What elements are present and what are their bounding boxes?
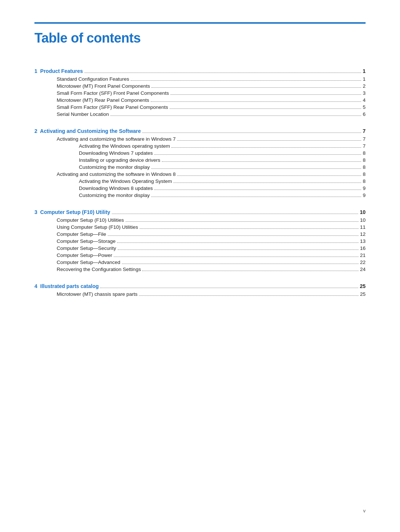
toc-entry-2-2-3[interactable]: Customizing the monitor display 9 (34, 193, 366, 198)
toc-page-3-6: 21 (360, 252, 366, 258)
toc-label-3-3: Computer Setup—File (57, 231, 106, 237)
toc-dots-1 (84, 73, 361, 73)
top-border (34, 22, 366, 24)
toc-page-2-2-1: 8 (363, 178, 366, 184)
toc-page-2-1: 7 (363, 136, 366, 142)
toc-page-3-5: 16 (360, 245, 366, 251)
toc-entry-2-1-1[interactable]: Activating the Windows operating system … (34, 143, 366, 149)
toc-entry-2-2-2[interactable]: Downloading Windows 8 updates 9 (34, 185, 366, 191)
toc-entry-1-1[interactable]: Standard Configuration Features 1 (34, 76, 366, 82)
toc-label-4: 4 Illustrated parts catalog (34, 283, 99, 289)
toc-label-2-2-2: Downloading Windows 8 updates (79, 185, 153, 191)
toc-page-2-2-3: 9 (363, 193, 366, 198)
toc-entry-3-5[interactable]: Computer Setup—Security 16 (34, 245, 366, 251)
toc-label-1-5: Small Form Factor (SFF) Rear Panel Compo… (57, 104, 168, 110)
toc-page-1-5: 5 (363, 104, 366, 110)
toc-page-3-7: 22 (360, 260, 366, 265)
toc-label-4-1: Microtower (MT) chassis spare parts (57, 291, 137, 297)
toc-label-1-3: Small Form Factor (SFF) Front Panel Comp… (57, 90, 169, 96)
toc-entry-2-1-4[interactable]: Customizing the monitor display 8 (34, 164, 366, 170)
toc-label-2-2-1: Activating the Windows Operating System (79, 178, 172, 184)
toc-label-2-1-3: Installing or upgrading device drivers (79, 157, 160, 163)
toc-label-2-1-1: Activating the Windows operating system (79, 143, 170, 149)
toc-page-1: 1 (363, 68, 366, 74)
toc-page-3: 10 (360, 209, 366, 215)
toc-entry-3-1[interactable]: Computer Setup (F10) Utilities 10 (34, 217, 366, 223)
toc-entry-4-1[interactable]: Microtower (MT) chassis spare parts 25 (34, 291, 366, 297)
footer-page-number: v (363, 508, 366, 513)
toc-page-2-1-1: 7 (363, 143, 366, 149)
toc-page-4-1: 25 (360, 291, 366, 297)
toc-entry-3-4[interactable]: Computer Setup—Storage 13 (34, 238, 366, 244)
toc-label-2-1-4: Customizing the monitor display (79, 164, 150, 170)
toc-page-1-4: 4 (363, 97, 366, 103)
toc-entry-3[interactable]: 3 Computer Setup (F10) Utility 10 (34, 209, 366, 215)
toc-label-2: 2 Activating and Customizing the Softwar… (34, 128, 141, 134)
toc-section-4: 4 Illustrated parts catalog 25 Microtowe… (34, 283, 366, 297)
toc-section-2: 2 Activating and Customizing the Softwar… (34, 128, 366, 198)
toc-page-1-2: 2 (363, 83, 366, 89)
toc-entry-3-2[interactable]: Using Computer Setup (F10) Utilities 11 (34, 224, 366, 230)
toc-label-2-2: Activating and customizing the software … (57, 171, 176, 177)
toc-entry-2[interactable]: 2 Activating and Customizing the Softwar… (34, 128, 366, 134)
toc-page-3-2: 11 (360, 224, 366, 230)
toc-label-3-4: Computer Setup—Storage (57, 238, 116, 244)
toc-entry-3-7[interactable]: Computer Setup—Advanced 22 (34, 260, 366, 265)
toc-page-1-3: 3 (363, 90, 366, 96)
toc-label-1-4: Microtower (MT) Rear Panel Components (57, 97, 149, 103)
toc-container: 1 Product Features 1 Standard Configurat… (34, 68, 366, 297)
toc-entry-1[interactable]: 1 Product Features 1 (34, 68, 366, 74)
toc-entry-1-3[interactable]: Small Form Factor (SFF) Front Panel Comp… (34, 90, 366, 96)
toc-label-3-7: Computer Setup—Advanced (57, 260, 120, 265)
toc-entry-3-6[interactable]: Computer Setup—Power 21 (34, 252, 366, 258)
toc-section-1: 1 Product Features 1 Standard Configurat… (34, 68, 366, 117)
toc-entry-2-1-2[interactable]: Downloading Windows 7 updates 8 (34, 150, 366, 156)
toc-label-2-2-3: Customizing the monitor display (79, 193, 150, 198)
toc-page-1-1: 1 (363, 76, 366, 82)
toc-label-2-1-2: Downloading Windows 7 updates (79, 150, 153, 156)
toc-page-2-1-2: 8 (363, 150, 366, 156)
toc-page-1-6: 6 (363, 111, 366, 117)
toc-label-1: 1 Product Features (34, 68, 83, 74)
toc-page-2: 7 (363, 128, 366, 134)
toc-entry-2-1[interactable]: Activating and customizing the software … (34, 136, 366, 142)
toc-page-4: 25 (360, 283, 366, 289)
toc-label-1-6: Serial Number Location (57, 111, 109, 117)
toc-label-3: 3 Computer Setup (F10) Utility (34, 209, 110, 215)
toc-page-2-2-2: 9 (363, 185, 366, 191)
toc-label-3-5: Computer Setup—Security (57, 245, 116, 251)
toc-entry-2-2[interactable]: Activating and customizing the software … (34, 171, 366, 177)
toc-entry-2-1-3[interactable]: Installing or upgrading device drivers 8 (34, 157, 366, 163)
toc-entry-1-2[interactable]: Microtower (MT) Front Panel Components 2 (34, 83, 366, 89)
toc-label-1-1: Standard Configuration Features (57, 76, 129, 82)
toc-page-2-1-3: 8 (363, 157, 366, 163)
toc-page-3-8: 24 (360, 267, 366, 272)
toc-label-3-1: Computer Setup (F10) Utilities (57, 217, 124, 223)
toc-label-3-2: Using Computer Setup (F10) Utilities (57, 224, 138, 230)
toc-entry-1-6[interactable]: Serial Number Location 6 (34, 111, 366, 117)
toc-entry-1-4[interactable]: Microtower (MT) Rear Panel Components 4 (34, 97, 366, 103)
toc-page-3-4: 13 (360, 238, 366, 244)
toc-label-1-2: Microtower (MT) Front Panel Components (57, 83, 150, 89)
toc-page-3-3: 12 (360, 231, 366, 237)
toc-section-3: 3 Computer Setup (F10) Utility 10 Comput… (34, 209, 366, 272)
toc-page-3-1: 10 (360, 217, 366, 223)
toc-page-2-1-4: 8 (363, 164, 366, 170)
toc-entry-3-8[interactable]: Recovering the Configuration Settings 24 (34, 267, 366, 272)
toc-entry-1-5[interactable]: Small Form Factor (SFF) Rear Panel Compo… (34, 104, 366, 110)
toc-entry-4[interactable]: 4 Illustrated parts catalog 25 (34, 283, 366, 289)
toc-label-2-1: Activating and customizing the software … (57, 136, 176, 142)
toc-entry-2-2-1[interactable]: Activating the Windows Operating System … (34, 178, 366, 184)
toc-label-3-6: Computer Setup—Power (57, 252, 112, 258)
toc-page-2-2: 8 (363, 171, 366, 177)
page-title: Table of contents (34, 30, 366, 46)
toc-label-3-8: Recovering the Configuration Settings (57, 267, 141, 272)
toc-entry-3-3[interactable]: Computer Setup—File 12 (34, 231, 366, 237)
